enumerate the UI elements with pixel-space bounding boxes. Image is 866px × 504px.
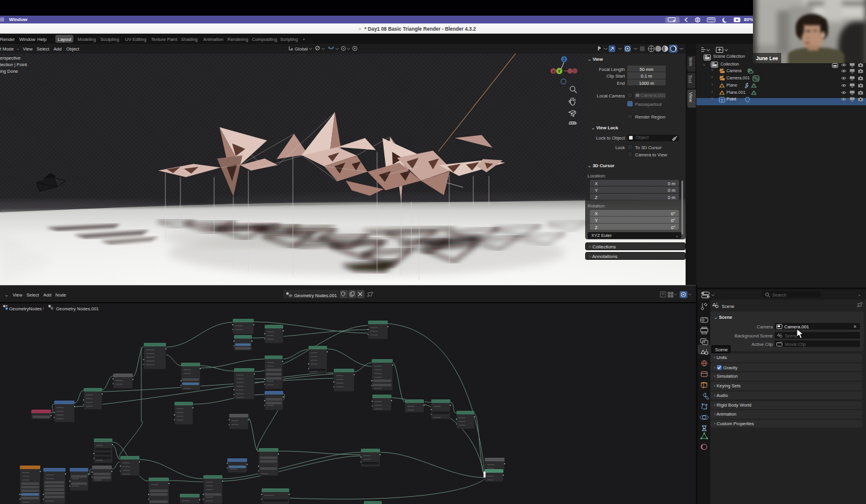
svg-text:X: X bbox=[552, 69, 554, 73]
svg-text:Z: Z bbox=[563, 57, 565, 61]
svg-text:Y: Y bbox=[558, 69, 561, 73]
